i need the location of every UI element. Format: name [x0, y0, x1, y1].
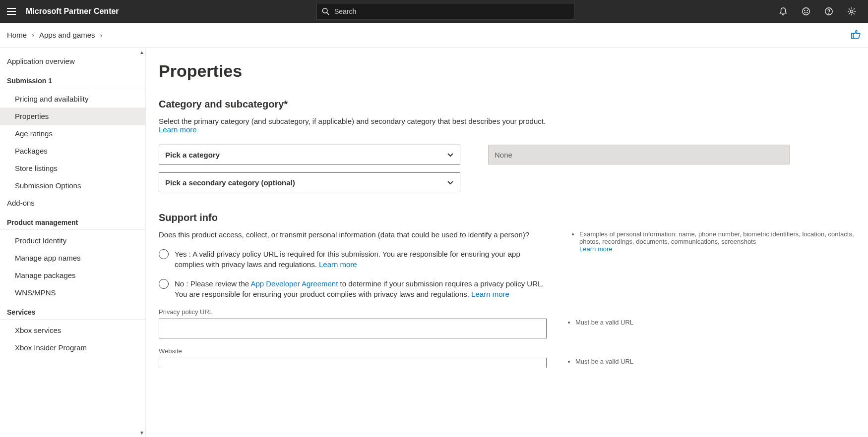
privacy-url-label: Privacy policy URL: [159, 308, 551, 316]
primary-category-select[interactable]: Pick a category: [159, 145, 460, 164]
nav-section-services: Services: [0, 301, 145, 320]
help-icon[interactable]: [817, 0, 840, 23]
website-input[interactable]: [159, 358, 547, 368]
nav-age-ratings[interactable]: Age ratings: [0, 125, 145, 142]
radio-yes-label: Yes : A valid privacy policy URL is requ…: [175, 249, 547, 270]
website-label: Website: [159, 347, 868, 355]
hint-learn-more-link[interactable]: Learn more: [579, 245, 612, 253]
nav-store-listings[interactable]: Store listings: [0, 160, 145, 177]
nav-product-identity[interactable]: Product Identity: [0, 232, 145, 249]
nav-addons[interactable]: Add-ons: [0, 194, 145, 212]
nav-manage-packages[interactable]: Manage packages: [0, 267, 145, 284]
notifications-icon[interactable]: [772, 0, 795, 23]
chevron-right-icon: ›: [100, 31, 103, 39]
chevron-down-icon: [447, 179, 454, 186]
breadcrumb-home[interactable]: Home: [7, 31, 27, 39]
privacy-url-input[interactable]: [159, 319, 547, 338]
nav-properties[interactable]: Properties: [0, 108, 145, 125]
personal-info-hint: Examples of personal information: name, …: [570, 230, 868, 319]
app-title: Microsoft Partner Center: [26, 7, 119, 16]
nav-manage-app-names[interactable]: Manage app names: [0, 249, 145, 267]
category-description: Select the primary category (and subcate…: [159, 117, 565, 134]
support-question: Does this product access, collect, or tr…: [159, 230, 551, 239]
top-actions: [772, 0, 868, 23]
yes-learn-more-link[interactable]: Learn more: [319, 260, 357, 269]
search-input[interactable]: [334, 7, 569, 15]
radio-no-label: No : Please review the App Developer Agr…: [175, 278, 547, 299]
settings-gear-icon[interactable]: [840, 0, 863, 23]
breadcrumb: Home › Apps and games ›: [7, 31, 108, 39]
scroll-up-arrow[interactable]: ▲: [139, 50, 144, 55]
radio-yes[interactable]: [159, 249, 169, 259]
hamburger-menu-icon[interactable]: [0, 0, 23, 23]
breadcrumb-apps[interactable]: Apps and games: [39, 31, 95, 39]
app-dev-agreement-link[interactable]: App Developer Agreement: [250, 279, 338, 288]
page-title: Properties: [159, 61, 868, 81]
privacy-url-hint: Must be a valid URL: [566, 319, 633, 326]
secondary-category-select[interactable]: Pick a secondary category (optional): [159, 172, 460, 192]
nav-application-overview[interactable]: Application overview: [0, 53, 145, 70]
nav-pricing[interactable]: Pricing and availability: [0, 90, 145, 108]
breadcrumb-row: Home › Apps and games ›: [0, 23, 868, 48]
svg-point-3: [322, 8, 327, 13]
svg-point-9: [829, 13, 829, 14]
scroll-down-arrow[interactable]: ▼: [139, 430, 144, 435]
sidebar: ▲ ▼ Application overview Submission 1 Pr…: [0, 48, 146, 437]
nav-submission-options[interactable]: Submission Options: [0, 177, 145, 194]
svg-point-7: [807, 10, 807, 11]
radio-no[interactable]: [159, 279, 169, 289]
category-heading: Category and subcategory*: [159, 99, 868, 110]
top-bar: Microsoft Partner Center: [0, 0, 868, 23]
radio-yes-row: Yes : A valid privacy policy URL is requ…: [159, 249, 551, 270]
nav-xbox-insider[interactable]: Xbox Insider Program: [0, 339, 145, 356]
nav-section-product-mgmt: Product management: [0, 212, 145, 230]
svg-rect-1: [7, 11, 16, 12]
svg-point-6: [805, 10, 805, 11]
feedback-smile-icon[interactable]: [795, 0, 817, 23]
nav-packages[interactable]: Packages: [0, 142, 145, 160]
svg-line-4: [327, 12, 329, 14]
nav-wns-mpns[interactable]: WNS/MPNS: [0, 284, 145, 301]
category-learn-more-link[interactable]: Learn more: [159, 125, 197, 134]
main-content: Properties Category and subcategory* Sel…: [146, 48, 868, 437]
search-icon: [322, 7, 329, 15]
thumbs-up-icon[interactable]: [850, 29, 861, 41]
chevron-right-icon: ›: [32, 31, 34, 39]
chevron-down-icon: [447, 151, 454, 158]
svg-point-5: [803, 8, 809, 15]
nav-xbox-services[interactable]: Xbox services: [0, 322, 145, 339]
svg-rect-2: [7, 14, 16, 15]
no-learn-more-link[interactable]: Learn more: [471, 290, 509, 298]
svg-rect-0: [7, 8, 16, 9]
search-box[interactable]: [316, 3, 574, 20]
subcategory-select: None: [488, 145, 790, 164]
svg-point-10: [850, 10, 853, 12]
website-hint: Must be a valid URL: [566, 358, 633, 365]
support-heading: Support info: [159, 212, 868, 223]
radio-no-row: No : Please review the App Developer Agr…: [159, 278, 551, 299]
nav-section-submission: Submission 1: [0, 70, 145, 88]
